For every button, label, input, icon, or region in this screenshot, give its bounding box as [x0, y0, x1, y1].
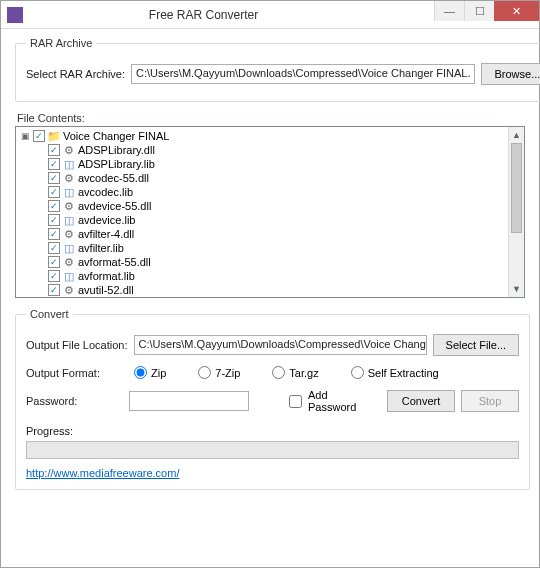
progress-label: Progress: — [26, 425, 519, 437]
checkbox[interactable] — [48, 186, 60, 198]
file-icon: ⚙ — [62, 143, 76, 157]
format-zip-label: Zip — [151, 367, 166, 379]
file-icon: ⚙ — [62, 227, 76, 241]
format-sfx-label: Self Extracting — [368, 367, 439, 379]
tree-row[interactable]: ◫avdevice.lib — [48, 213, 524, 227]
checkbox[interactable] — [48, 270, 60, 282]
window-controls: — ☐ ✕ — [434, 1, 539, 28]
file-name: avdevice-55.dll — [78, 199, 151, 213]
checkbox[interactable] — [33, 130, 45, 142]
convert-button[interactable]: Convert — [387, 390, 455, 412]
stop-button: Stop — [461, 390, 519, 412]
file-icon: ◫ — [62, 185, 76, 199]
rar-archive-group: RAR Archive Select RAR Archive: C:\Users… — [15, 37, 540, 102]
file-name: avcodec-55.dll — [78, 171, 149, 185]
file-icon: ⚙ — [62, 255, 76, 269]
file-name: avfilter.lib — [78, 241, 124, 255]
file-name: avformat-55.dll — [78, 255, 151, 269]
folder-icon: 📁 — [47, 129, 61, 143]
convert-legend: Convert — [26, 308, 73, 320]
file-name: avutil-52.dll — [78, 283, 134, 297]
titlebar: Free RAR Converter — ☐ ✕ — [1, 1, 539, 29]
file-name: ADSPLibrary.dll — [78, 143, 155, 157]
file-name: ADSPLibrary.lib — [78, 157, 155, 171]
scrollbar[interactable]: ▲ ▼ — [508, 127, 524, 297]
file-name: avcodec.lib — [78, 185, 133, 199]
checkbox[interactable] — [48, 172, 60, 184]
scroll-down-icon[interactable]: ▼ — [509, 281, 524, 297]
tree-row[interactable]: ⚙avcodec-55.dll — [48, 171, 524, 185]
add-password-checkbox[interactable] — [289, 395, 302, 408]
checkbox[interactable] — [48, 284, 60, 296]
scroll-up-icon[interactable]: ▲ — [509, 127, 524, 143]
format-zip-option[interactable]: Zip — [134, 366, 166, 379]
file-name: avdevice.lib — [78, 213, 135, 227]
checkbox[interactable] — [48, 228, 60, 240]
rar-path-input[interactable]: C:\Users\M.Qayyum\Downloads\Compressed\V… — [131, 64, 475, 84]
rar-archive-legend: RAR Archive — [26, 37, 96, 49]
browse-button[interactable]: Browse... — [481, 63, 540, 85]
select-file-button[interactable]: Select File... — [433, 334, 520, 356]
format-zip-radio[interactable] — [134, 366, 147, 379]
format-sfx-option[interactable]: Self Extracting — [351, 366, 439, 379]
checkbox[interactable] — [48, 200, 60, 212]
tree-row[interactable]: ⚙avformat-55.dll — [48, 255, 524, 269]
file-icon: ◫ — [62, 157, 76, 171]
checkbox[interactable] — [48, 242, 60, 254]
file-name: avfilter-4.dll — [78, 227, 134, 241]
output-format-label: Output Format: — [26, 367, 128, 379]
format-targz-radio[interactable] — [272, 366, 285, 379]
password-input[interactable] — [129, 391, 249, 411]
minimize-button[interactable]: — — [434, 1, 464, 21]
format-targz-option[interactable]: Tar.gz — [272, 366, 318, 379]
file-icon: ⚙ — [62, 199, 76, 213]
scroll-thumb[interactable] — [511, 143, 522, 233]
tree-root-row[interactable]: ▣ 📁 Voice Changer FINAL — [20, 129, 524, 143]
select-rar-label: Select RAR Archive: — [26, 68, 125, 80]
checkbox[interactable] — [48, 144, 60, 156]
format-7zip-option[interactable]: 7-Zip — [198, 366, 240, 379]
tree-row[interactable]: ◫avcodec.lib — [48, 185, 524, 199]
output-path-input[interactable]: C:\Users\M.Qayyum\Downloads\Compressed\V… — [134, 335, 427, 355]
file-name: avformat.lib — [78, 269, 135, 283]
file-icon: ⚙ — [62, 171, 76, 185]
tree-row[interactable]: ⚙avdevice-55.dll — [48, 199, 524, 213]
tree-row[interactable]: ◫avfilter.lib — [48, 241, 524, 255]
tree-row[interactable]: ⚙avfilter-4.dll — [48, 227, 524, 241]
maximize-button[interactable]: ☐ — [464, 1, 494, 21]
tree-row[interactable]: ⚙avutil-52.dll — [48, 283, 524, 297]
close-button[interactable]: ✕ — [494, 1, 539, 21]
window-body: RAR Archive Select RAR Archive: C:\Users… — [1, 29, 539, 510]
password-label: Password: — [26, 395, 123, 407]
file-icon: ◫ — [62, 269, 76, 283]
file-icon: ⚙ — [62, 283, 76, 297]
progress-bar — [26, 441, 519, 459]
checkbox[interactable] — [48, 158, 60, 170]
tree-row[interactable]: ◫avformat.lib — [48, 269, 524, 283]
format-targz-label: Tar.gz — [289, 367, 318, 379]
tree-row[interactable]: ⚙ADSPLibrary.dll — [48, 143, 524, 157]
output-location-label: Output File Location: — [26, 339, 128, 351]
file-icon: ◫ — [62, 241, 76, 255]
tree-root-label: Voice Changer FINAL — [63, 129, 169, 143]
app-window: Free RAR Converter — ☐ ✕ RAR Archive Sel… — [0, 0, 540, 568]
window-title: Free RAR Converter — [0, 8, 434, 22]
add-password-label: Add Password — [308, 389, 375, 413]
convert-group: Convert Output File Location: C:\Users\M… — [15, 308, 530, 490]
tree-row[interactable]: ◫ADSPLibrary.lib — [48, 157, 524, 171]
website-link[interactable]: http://www.mediafreeware.com/ — [26, 467, 179, 479]
checkbox[interactable] — [48, 256, 60, 268]
collapse-icon[interactable]: ▣ — [20, 131, 31, 142]
file-contents-label: File Contents: — [17, 112, 525, 124]
format-sfx-radio[interactable] — [351, 366, 364, 379]
checkbox[interactable] — [48, 214, 60, 226]
file-tree[interactable]: ▣ 📁 Voice Changer FINAL ⚙ADSPLibrary.dll… — [15, 126, 525, 298]
format-7zip-radio[interactable] — [198, 366, 211, 379]
format-7zip-label: 7-Zip — [215, 367, 240, 379]
file-icon: ◫ — [62, 213, 76, 227]
